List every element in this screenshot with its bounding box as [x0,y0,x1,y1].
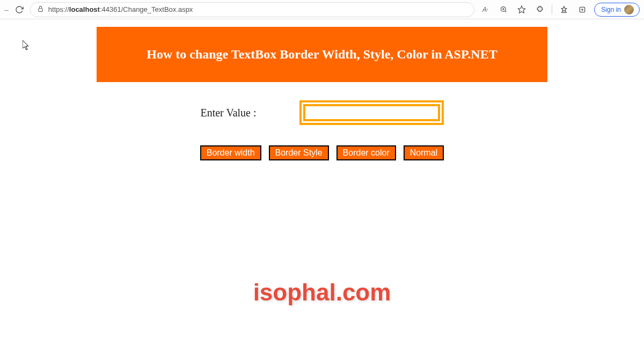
toolbar-right: A› [479,3,640,17]
url-host: localhost [69,5,100,13]
svg-marker-5 [518,6,525,13]
border-width-button[interactable]: Border width [200,145,261,160]
avatar [624,5,634,14]
url-path: /Change_TextBox.aspx [121,5,193,13]
favorites-list-icon[interactable] [558,3,570,16]
extensions-icon[interactable] [533,3,546,16]
signin-button[interactable]: Sign in [594,3,640,17]
favorite-star-icon[interactable] [515,3,528,16]
lock-icon [37,5,44,14]
url-text: https://localhost:44361/Change_TextBox.a… [48,5,468,13]
value-input[interactable] [303,104,440,121]
textbox-wrapper [299,100,444,125]
dash-left: – [4,5,9,14]
buttons-row: Border width Border Style Border color N… [97,145,547,160]
signin-label: Sign in [601,6,621,13]
border-style-button[interactable]: Border Style [269,145,329,160]
watermark: isophal.com [253,279,391,306]
zoom-icon[interactable] [497,3,510,16]
address-bar[interactable]: https://localhost:44361/Change_TextBox.a… [30,2,475,17]
browser-toolbar: – https://localhost:44361/Change_TextBox… [0,0,644,19]
svg-marker-6 [562,6,567,11]
svg-rect-0 [39,8,43,11]
normal-button[interactable]: Normal [404,145,444,160]
collections-icon[interactable] [576,3,589,16]
page-content: How to change TextBox Border Width, Styl… [0,19,644,160]
url-port: :44361 [100,5,121,13]
read-aloud-icon[interactable]: A› [479,3,492,16]
toolbar-divider [552,5,552,14]
refresh-icon[interactable] [13,3,26,16]
svg-line-4 [505,11,507,12]
page-title: How to change TextBox Border Width, Styl… [97,27,547,82]
url-prefix: https:// [48,5,69,13]
border-color-button[interactable]: Border color [336,145,396,160]
input-label: Enter Value : [200,107,256,119]
form-area: Enter Value : [97,100,547,125]
